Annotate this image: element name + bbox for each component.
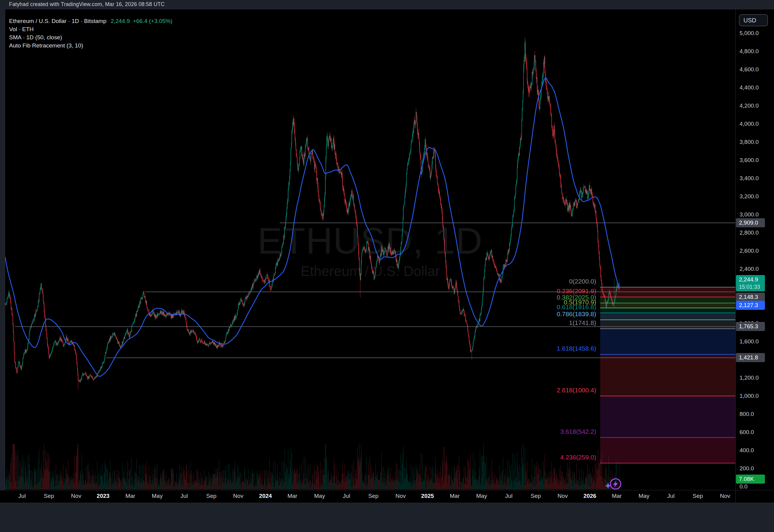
pane-bottom-border bbox=[0, 490, 774, 490]
x-axis-month-tick: Sep bbox=[44, 493, 54, 499]
fib-level-label: 3.618(542.2) bbox=[0, 428, 596, 435]
y-axis-tick: 5,000.0 bbox=[740, 30, 759, 37]
x-axis-month-tick: Mar bbox=[612, 493, 622, 499]
legend-volume-indicator[interactable]: Vol · ETH bbox=[9, 25, 172, 33]
x-axis-month-tick: Sep bbox=[693, 493, 703, 499]
y-axis-tick: 4,800.0 bbox=[740, 48, 759, 55]
x-axis-month-tick: May bbox=[639, 493, 649, 499]
x-axis-month-tick: Jul bbox=[505, 493, 512, 499]
fib-level-label: 2.618(1000.4) bbox=[0, 387, 596, 394]
fib-level-label: 0.618(1916.8) bbox=[0, 303, 596, 311]
x-axis-month-tick: Jul bbox=[180, 493, 188, 499]
fib-level-label: 1(1741.8) bbox=[0, 319, 596, 326]
y-axis-tick: 0.0 bbox=[740, 483, 747, 490]
footer-bar: TradingView bbox=[0, 503, 774, 532]
x-axis-month-tick: Sep bbox=[368, 493, 379, 499]
x-axis-month-tick: May bbox=[314, 493, 325, 499]
x-axis-month-tick: May bbox=[476, 493, 487, 499]
x-axis-year-tick: 2024 bbox=[259, 493, 272, 499]
legend-last-price: 2,244.9 bbox=[111, 18, 130, 24]
x-axis-month-tick: Nov bbox=[720, 493, 730, 499]
axis-divider-border[interactable] bbox=[735, 9, 736, 503]
x-axis-month-tick: Nov bbox=[71, 493, 81, 499]
x-axis-year-tick: 2025 bbox=[421, 493, 434, 499]
x-axis-month-tick: Nov bbox=[558, 493, 568, 499]
price-badge: 2,909.0 bbox=[736, 218, 765, 227]
x-axis-month-tick: Jul bbox=[18, 493, 26, 499]
fib-level-label: 4.236(259.0) bbox=[0, 454, 596, 461]
time-axis[interactable] bbox=[0, 490, 774, 503]
y-axis-tick: 800.0 bbox=[740, 411, 754, 417]
price-badge: 2,148.3 bbox=[736, 293, 765, 302]
legend-fib-indicator[interactable]: Auto Fib Retracement (3, 10) bbox=[9, 41, 172, 50]
y-axis-tick: 3,600.0 bbox=[740, 157, 759, 164]
tradingview-chart-page: Fatyhad created with TradingView.com, Ma… bbox=[0, 0, 774, 532]
chart-canvas[interactable] bbox=[0, 0, 774, 532]
y-axis-tick: 3,400.0 bbox=[740, 175, 759, 182]
y-axis-tick: 600.0 bbox=[740, 429, 754, 436]
x-axis-month-tick: Jul bbox=[667, 493, 675, 499]
boost-lightning-icon[interactable] bbox=[603, 476, 623, 491]
price-badge: 7.08K bbox=[736, 475, 765, 484]
x-axis-month-tick: Nov bbox=[395, 493, 406, 499]
price-badge: 2,127.3 bbox=[736, 301, 765, 310]
y-axis-tick: 2,600.0 bbox=[740, 248, 759, 254]
x-axis-year-tick: 2026 bbox=[584, 493, 596, 499]
legend-sma-indicator[interactable]: SMA · 1D (50, close) bbox=[9, 33, 172, 41]
y-axis-tick: 4,000.0 bbox=[740, 121, 759, 127]
y-axis-tick: 200.0 bbox=[740, 465, 754, 472]
x-axis-month-tick: Sep bbox=[531, 493, 541, 499]
y-axis-tick: 1,000.0 bbox=[740, 393, 759, 399]
y-axis-tick: 1,200.0 bbox=[740, 375, 759, 381]
legend-symbol[interactable]: Ethereum / U.S. Dollar · 1D · Bitstamp bbox=[9, 18, 106, 24]
x-axis-month-tick: Jul bbox=[343, 493, 350, 499]
x-axis-month-tick: Mar bbox=[288, 493, 298, 499]
x-axis-month-tick: Nov bbox=[233, 493, 243, 499]
y-axis-tick: 3,800.0 bbox=[740, 139, 759, 145]
y-axis-tick: 4,400.0 bbox=[740, 84, 759, 91]
y-axis-tick: 4,600.0 bbox=[740, 66, 759, 73]
y-axis-tick: 4,200.0 bbox=[740, 102, 759, 109]
currency-unit-button[interactable]: USD bbox=[739, 14, 768, 26]
price-badge: 1,765.3 bbox=[736, 322, 765, 331]
x-axis-month-tick: Mar bbox=[450, 493, 460, 499]
chart-legend: Ethereum / U.S. Dollar · 1D · Bitstamp2,… bbox=[9, 17, 172, 50]
price-badge: 2,244.915:01:33 bbox=[736, 275, 765, 291]
x-axis-month-tick: May bbox=[152, 493, 163, 499]
price-badge: 1,421.8 bbox=[736, 353, 765, 362]
y-axis-tick: 400.0 bbox=[740, 447, 754, 454]
x-axis-year-tick: 2023 bbox=[97, 493, 109, 499]
y-axis-tick: 2,400.0 bbox=[740, 266, 759, 272]
y-axis-tick: 2,800.0 bbox=[740, 229, 759, 236]
legend-change: +66.4 (+3.05%) bbox=[133, 18, 172, 24]
y-axis-tick: 1,600.0 bbox=[740, 338, 759, 345]
x-axis-month-tick: Mar bbox=[125, 493, 135, 499]
legend-symbol-row[interactable]: Ethereum / U.S. Dollar · 1D · Bitstamp2,… bbox=[9, 17, 172, 25]
y-axis-tick: 3,000.0 bbox=[740, 211, 759, 218]
y-axis-tick: 3,200.0 bbox=[740, 193, 759, 200]
fib-level-label: 1.618(1458.6) bbox=[0, 345, 596, 352]
x-axis-month-tick: Sep bbox=[206, 493, 216, 499]
fib-level-label: 0.786(1839.8) bbox=[0, 310, 596, 318]
fib-level-label: 0(2200.0) bbox=[0, 278, 596, 285]
pane-top-border bbox=[0, 9, 774, 9]
